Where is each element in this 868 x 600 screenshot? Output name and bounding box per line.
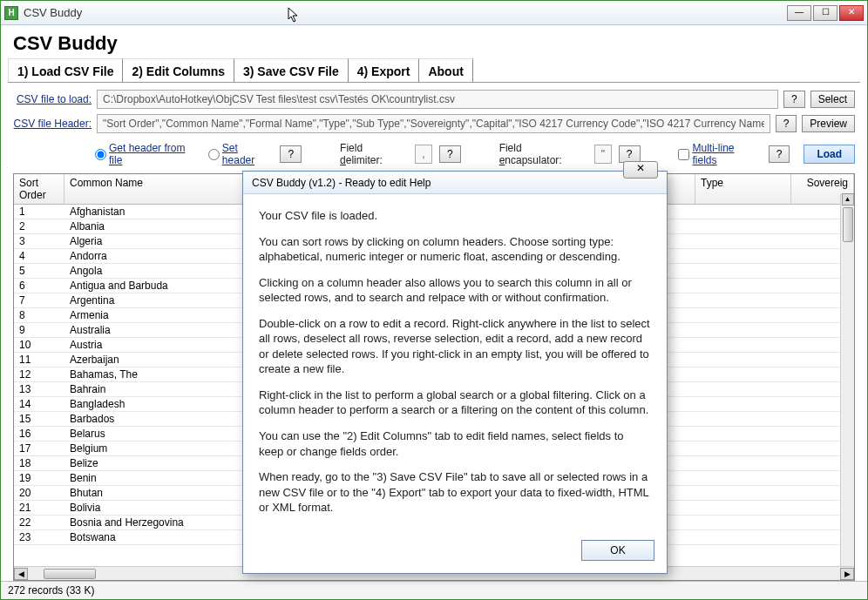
cell-sort-order: 16 xyxy=(14,428,64,440)
multiline-help-button[interactable]: ? xyxy=(769,145,790,163)
file-help-button[interactable]: ? xyxy=(783,91,805,108)
set-header-radio[interactable]: Set header xyxy=(208,142,274,166)
cell-sort-order: 2 xyxy=(14,220,64,233)
vscroll-thumb[interactable] xyxy=(843,207,853,242)
cell-sort-order: 13 xyxy=(14,383,64,395)
scroll-right-arrow-icon[interactable]: ▶ xyxy=(840,568,854,580)
cell-sort-order: 9 xyxy=(14,324,64,336)
maximize-button[interactable]: ☐ xyxy=(813,5,837,21)
cell-sort-order: 10 xyxy=(14,339,64,351)
cell-sort-order: 12 xyxy=(14,368,64,381)
cell-sort-order: 20 xyxy=(14,487,64,499)
cell-sort-order: 18 xyxy=(14,457,64,469)
options-row: Get header from file Set header ? Field … xyxy=(1,140,867,173)
cell-sort-order: 8 xyxy=(14,309,64,321)
dialog-titlebar[interactable]: CSV Buddy (v1.2) - Ready to edit Help xyxy=(243,172,667,194)
app-icon: H xyxy=(4,6,18,20)
cell-sort-order: 3 xyxy=(14,235,64,247)
header-opt-help-button[interactable]: ? xyxy=(280,145,302,163)
dialog-p4: Double-click on a row to edit a record. … xyxy=(259,316,651,377)
dialog-p1: Your CSV file is loaded. xyxy=(259,208,651,224)
preview-button[interactable]: Preview xyxy=(802,115,855,132)
multiline-checkbox[interactable]: Multi-line fields xyxy=(678,142,761,166)
tab-about[interactable]: About xyxy=(419,58,472,82)
window-title: CSV Buddy xyxy=(24,6,787,19)
file-path-input[interactable] xyxy=(97,90,778,109)
dialog-p2: You can sort rows by clicking on column … xyxy=(259,234,651,265)
get-header-radio[interactable]: Get header from file xyxy=(95,142,201,166)
delimiter-help-button[interactable]: ? xyxy=(439,145,461,163)
dialog-title-text: CSV Buddy (v1.2) - Ready to edit Help xyxy=(252,177,658,189)
delimiter-input[interactable] xyxy=(415,145,432,164)
vertical-scrollbar[interactable]: ▲ xyxy=(840,193,854,566)
cell-sort-order: 17 xyxy=(14,442,64,455)
status-bar: 272 records (33 K) xyxy=(1,581,867,599)
load-button[interactable]: Load xyxy=(804,145,855,164)
cell-sort-order: 22 xyxy=(14,516,64,529)
tab-export[interactable]: 4) Export xyxy=(349,58,420,82)
dialog-p3: Clicking on a column header also allows … xyxy=(259,275,651,306)
tab-bar: 1) Load CSV File 2) Edit Columns 3) Save… xyxy=(8,58,860,83)
file-header-label: CSV file Header: xyxy=(13,118,92,130)
close-button[interactable]: ✕ xyxy=(839,5,864,21)
select-file-button[interactable]: Select xyxy=(810,91,855,108)
load-form: CSV file to load: ? Select CSV file Head… xyxy=(1,83,867,140)
cell-sort-order: 19 xyxy=(14,472,64,484)
tab-save-csv[interactable]: 3) Save CSV File xyxy=(234,58,349,82)
cell-sort-order: 5 xyxy=(14,265,64,277)
dialog-p7: When ready, go to the "3) Save CSV File"… xyxy=(259,469,651,516)
cell-sort-order: 4 xyxy=(14,250,64,262)
scroll-up-arrow-icon[interactable]: ▲ xyxy=(842,193,854,206)
cell-sort-order: 14 xyxy=(14,398,64,410)
cell-sort-order: 7 xyxy=(14,294,64,307)
minimize-button[interactable]: — xyxy=(787,5,811,21)
col-sort-order[interactable]: Sort Order xyxy=(14,174,64,204)
cell-sort-order: 6 xyxy=(14,280,64,292)
cell-sort-order: 11 xyxy=(14,354,64,366)
dialog-close-button[interactable]: ✕ xyxy=(623,161,658,179)
header-input[interactable] xyxy=(97,114,770,133)
dialog-body: Your CSV file is loaded. You can sort ro… xyxy=(243,194,667,533)
cell-sort-order: 21 xyxy=(14,502,64,514)
tab-load-csv[interactable]: 1) Load CSV File xyxy=(8,58,123,82)
cell-sort-order: 15 xyxy=(14,413,64,425)
encapsulator-label: Field encapsulator: xyxy=(499,142,587,166)
dialog-p6: You can use the "2) Edit Columns" tab to… xyxy=(259,428,651,459)
app-title: CSV Buddy xyxy=(1,25,867,58)
encapsulator-help-button[interactable]: ? xyxy=(619,145,641,163)
hscroll-thumb[interactable] xyxy=(44,569,96,579)
dialog-ok-button[interactable]: OK xyxy=(581,540,654,561)
tab-edit-columns[interactable]: 2) Edit Columns xyxy=(123,58,234,82)
titlebar[interactable]: H CSV Buddy — ☐ ✕ xyxy=(1,1,867,25)
help-dialog: ✕ CSV Buddy (v1.2) - Ready to edit Help … xyxy=(242,171,668,574)
encapsulator-input[interactable] xyxy=(594,145,612,164)
cell-sort-order: 23 xyxy=(14,531,64,543)
delimiter-label: Field delimiter: xyxy=(340,142,408,166)
header-help-button[interactable]: ? xyxy=(776,115,797,132)
file-to-load-label: CSV file to load: xyxy=(13,93,92,105)
cell-sort-order: 1 xyxy=(14,206,64,218)
scroll-left-arrow-icon[interactable]: ◀ xyxy=(14,568,28,580)
col-type[interactable]: Type xyxy=(695,174,791,204)
dialog-p5: Right-click in the list to perform a glo… xyxy=(259,388,651,418)
